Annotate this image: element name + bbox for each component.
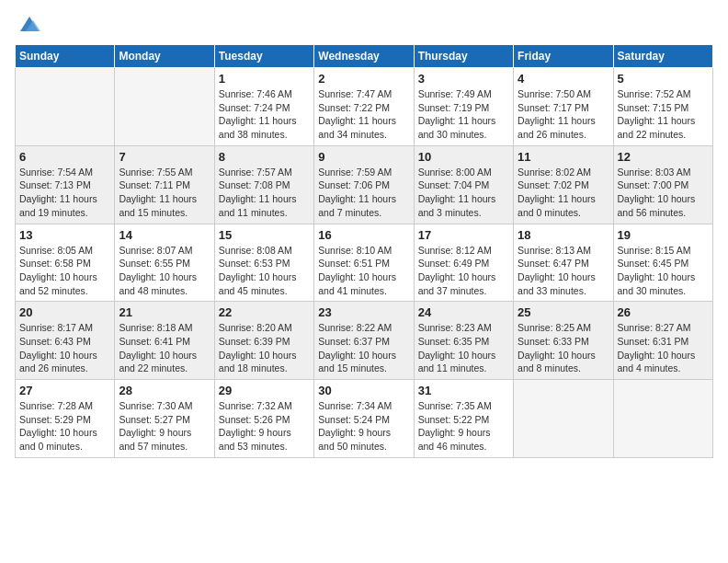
day-detail: Sunrise: 8:17 AMSunset: 6:43 PMDaylight:… xyxy=(19,321,110,375)
day-detail: Sunrise: 8:15 AMSunset: 6:45 PMDaylight:… xyxy=(618,244,709,298)
calendar-week-row: 13Sunrise: 8:05 AMSunset: 6:58 PMDayligh… xyxy=(16,224,713,302)
day-detail: Sunrise: 8:05 AMSunset: 6:58 PMDaylight:… xyxy=(19,244,110,298)
calendar-cell xyxy=(613,380,712,458)
calendar-cell: 15Sunrise: 8:08 AMSunset: 6:53 PMDayligh… xyxy=(214,224,313,302)
day-number: 6 xyxy=(19,150,110,164)
calendar-cell: 8Sunrise: 7:57 AMSunset: 7:08 PMDaylight… xyxy=(214,145,313,224)
day-number: 12 xyxy=(618,150,709,164)
calendar-cell: 20Sunrise: 8:17 AMSunset: 6:43 PMDayligh… xyxy=(16,302,115,380)
calendar-cell xyxy=(115,68,214,146)
calendar-cell xyxy=(16,68,115,146)
day-number: 11 xyxy=(518,150,609,164)
day-detail: Sunrise: 7:52 AMSunset: 7:15 PMDaylight:… xyxy=(618,87,709,142)
calendar-cell: 23Sunrise: 8:22 AMSunset: 6:37 PMDayligh… xyxy=(314,302,414,380)
day-number: 7 xyxy=(119,150,210,164)
day-number: 20 xyxy=(19,305,110,319)
calendar-cell: 29Sunrise: 7:32 AMSunset: 5:26 PMDayligh… xyxy=(214,380,313,458)
calendar-week-row: 6Sunrise: 7:54 AMSunset: 7:13 PMDaylight… xyxy=(16,145,713,224)
day-number: 27 xyxy=(19,384,110,397)
calendar-cell: 26Sunrise: 8:27 AMSunset: 6:31 PMDayligh… xyxy=(613,302,712,380)
calendar-cell: 5Sunrise: 7:52 AMSunset: 7:15 PMDaylight… xyxy=(613,68,712,146)
day-detail: Sunrise: 8:03 AMSunset: 7:00 PMDaylight:… xyxy=(618,166,709,220)
day-detail: Sunrise: 8:18 AMSunset: 6:41 PMDaylight:… xyxy=(119,321,210,375)
calendar-cell: 2Sunrise: 7:47 AMSunset: 7:22 PMDaylight… xyxy=(314,68,414,146)
weekday-header-saturday: Saturday xyxy=(613,45,712,68)
logo-icon xyxy=(17,15,42,35)
day-number: 3 xyxy=(418,72,509,86)
day-detail: Sunrise: 7:55 AMSunset: 7:11 PMDaylight:… xyxy=(119,166,210,220)
calendar-cell: 9Sunrise: 7:59 AMSunset: 7:06 PMDaylight… xyxy=(314,145,414,224)
calendar-cell xyxy=(514,380,613,458)
day-detail: Sunrise: 8:20 AMSunset: 6:39 PMDaylight:… xyxy=(219,321,310,375)
calendar-cell: 7Sunrise: 7:55 AMSunset: 7:11 PMDaylight… xyxy=(115,145,214,224)
day-detail: Sunrise: 7:47 AMSunset: 7:22 PMDaylight:… xyxy=(318,87,409,142)
weekday-header-sunday: Sunday xyxy=(16,45,115,68)
day-detail: Sunrise: 8:00 AMSunset: 7:04 PMDaylight:… xyxy=(418,166,509,220)
day-detail: Sunrise: 8:25 AMSunset: 6:33 PMDaylight:… xyxy=(518,321,609,375)
day-detail: Sunrise: 8:22 AMSunset: 6:37 PMDaylight:… xyxy=(318,321,409,375)
day-detail: Sunrise: 7:34 AMSunset: 5:24 PMDaylight:… xyxy=(318,399,409,454)
weekday-header-thursday: Thursday xyxy=(414,45,513,68)
calendar-week-row: 27Sunrise: 7:28 AMSunset: 5:29 PMDayligh… xyxy=(16,380,713,458)
weekday-header-monday: Monday xyxy=(115,45,214,68)
calendar-week-row: 1Sunrise: 7:46 AMSunset: 7:24 PMDaylight… xyxy=(16,68,713,146)
calendar-cell: 27Sunrise: 7:28 AMSunset: 5:29 PMDayligh… xyxy=(16,380,115,458)
day-number: 17 xyxy=(418,228,509,242)
day-detail: Sunrise: 7:50 AMSunset: 7:17 PMDaylight:… xyxy=(518,87,609,142)
day-number: 1 xyxy=(219,72,310,86)
day-number: 13 xyxy=(19,228,110,242)
day-number: 9 xyxy=(318,150,409,164)
calendar-cell: 12Sunrise: 8:03 AMSunset: 7:00 PMDayligh… xyxy=(613,145,712,224)
day-detail: Sunrise: 7:57 AMSunset: 7:08 PMDaylight:… xyxy=(219,166,310,220)
calendar-cell: 28Sunrise: 7:30 AMSunset: 5:27 PMDayligh… xyxy=(115,380,214,458)
day-detail: Sunrise: 8:23 AMSunset: 6:35 PMDaylight:… xyxy=(418,321,509,375)
day-detail: Sunrise: 8:27 AMSunset: 6:31 PMDaylight:… xyxy=(618,321,709,375)
day-number: 21 xyxy=(119,305,210,319)
day-detail: Sunrise: 7:28 AMSunset: 5:29 PMDaylight:… xyxy=(19,399,110,454)
calendar-cell: 25Sunrise: 8:25 AMSunset: 6:33 PMDayligh… xyxy=(514,302,613,380)
calendar-cell: 1Sunrise: 7:46 AMSunset: 7:24 PMDaylight… xyxy=(214,68,313,146)
calendar-cell: 3Sunrise: 7:49 AMSunset: 7:19 PMDaylight… xyxy=(414,68,513,146)
day-detail: Sunrise: 8:08 AMSunset: 6:53 PMDaylight:… xyxy=(219,244,310,298)
day-detail: Sunrise: 7:59 AMSunset: 7:06 PMDaylight:… xyxy=(318,166,409,220)
day-number: 28 xyxy=(119,384,210,397)
day-detail: Sunrise: 7:46 AMSunset: 7:24 PMDaylight:… xyxy=(219,87,310,142)
day-number: 29 xyxy=(219,384,310,397)
calendar-cell: 10Sunrise: 8:00 AMSunset: 7:04 PMDayligh… xyxy=(414,145,513,224)
day-number: 22 xyxy=(219,305,310,319)
day-detail: Sunrise: 8:02 AMSunset: 7:02 PMDaylight:… xyxy=(518,166,609,220)
day-detail: Sunrise: 8:12 AMSunset: 6:49 PMDaylight:… xyxy=(418,244,509,298)
calendar-cell: 17Sunrise: 8:12 AMSunset: 6:49 PMDayligh… xyxy=(414,224,513,302)
calendar-cell: 30Sunrise: 7:34 AMSunset: 5:24 PMDayligh… xyxy=(314,380,414,458)
day-detail: Sunrise: 7:32 AMSunset: 5:26 PMDaylight:… xyxy=(219,399,310,454)
day-number: 25 xyxy=(518,305,609,319)
day-number: 18 xyxy=(518,228,609,242)
calendar-cell: 19Sunrise: 8:15 AMSunset: 6:45 PMDayligh… xyxy=(613,224,712,302)
day-detail: Sunrise: 7:35 AMSunset: 5:22 PMDaylight:… xyxy=(418,399,509,454)
weekday-header-tuesday: Tuesday xyxy=(214,45,313,68)
day-number: 10 xyxy=(418,150,509,164)
day-number: 30 xyxy=(318,384,409,397)
day-number: 16 xyxy=(318,228,409,242)
calendar-cell: 24Sunrise: 8:23 AMSunset: 6:35 PMDayligh… xyxy=(414,302,513,380)
calendar-week-row: 20Sunrise: 8:17 AMSunset: 6:43 PMDayligh… xyxy=(16,302,713,380)
weekday-header-friday: Friday xyxy=(514,45,613,68)
weekday-header-wednesday: Wednesday xyxy=(314,45,414,68)
calendar-cell: 11Sunrise: 8:02 AMSunset: 7:02 PMDayligh… xyxy=(514,145,613,224)
day-detail: Sunrise: 8:07 AMSunset: 6:55 PMDaylight:… xyxy=(119,244,210,298)
day-number: 26 xyxy=(618,305,709,319)
day-number: 14 xyxy=(119,228,210,242)
calendar-cell: 6Sunrise: 7:54 AMSunset: 7:13 PMDaylight… xyxy=(16,145,115,224)
day-number: 15 xyxy=(219,228,310,242)
day-number: 2 xyxy=(318,72,409,86)
day-detail: Sunrise: 7:54 AMSunset: 7:13 PMDaylight:… xyxy=(19,166,110,220)
calendar-cell: 16Sunrise: 8:10 AMSunset: 6:51 PMDayligh… xyxy=(314,224,414,302)
page-header xyxy=(15,15,713,35)
day-number: 8 xyxy=(219,150,310,164)
day-number: 5 xyxy=(618,72,709,86)
weekday-header-row: SundayMondayTuesdayWednesdayThursdayFrid… xyxy=(16,45,713,68)
calendar-cell: 18Sunrise: 8:13 AMSunset: 6:47 PMDayligh… xyxy=(514,224,613,302)
logo xyxy=(15,15,42,35)
day-number: 23 xyxy=(318,305,409,319)
day-detail: Sunrise: 8:10 AMSunset: 6:51 PMDaylight:… xyxy=(318,244,409,298)
